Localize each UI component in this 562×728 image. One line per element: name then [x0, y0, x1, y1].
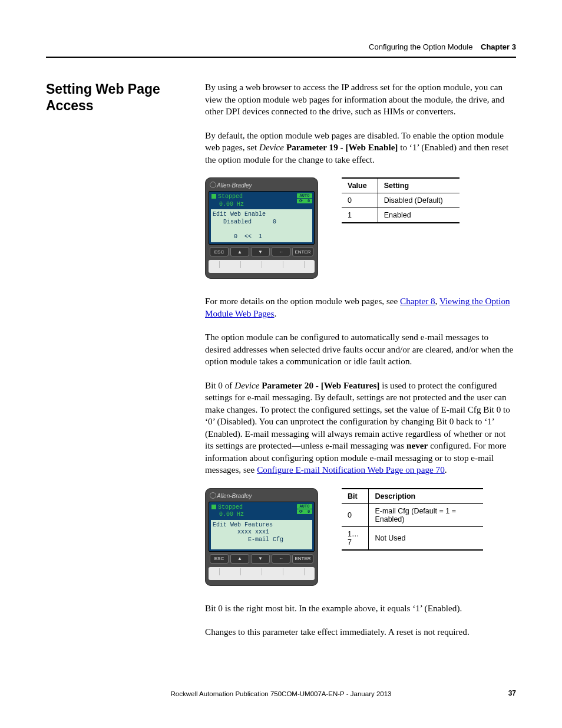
key-left[interactable]: ← [272, 554, 290, 564]
him-keypad: ESC ▲ ▼ ← ENTER [209, 247, 315, 256]
header-section: Configuring the Option Module [369, 42, 472, 51]
text: , [435, 296, 439, 306]
cell: Not Used [369, 526, 483, 550]
him-bezel [209, 260, 315, 273]
key-enter[interactable]: ENTER [292, 247, 313, 256]
cell: Disabled (Default) [378, 193, 459, 208]
paragraph-email: The option module can be configured to a… [205, 331, 516, 368]
link-chapter8[interactable]: Chapter 8 [400, 296, 435, 306]
figure-web-features: Allen-Bradley Stopped 0.00 Hz AUTO ⟳ 0 E… [205, 488, 516, 586]
cell: 0 [342, 503, 369, 526]
header-rule [46, 57, 516, 58]
key-esc[interactable]: ESC [210, 554, 229, 564]
him-status: Stopped 0.00 Hz [210, 193, 245, 209]
paragraph-more-details: For more details on the option module we… [205, 295, 516, 319]
him-bezel [209, 567, 315, 580]
footer-publication: Rockwell Automation Publication 750COM-U… [46, 690, 516, 697]
th-value: Value [342, 178, 378, 193]
badge-icons: ⟳ 0 [297, 199, 312, 203]
him-screen-body: Edit Web Features xxxx xxx1 E-mail Cfg [211, 520, 312, 549]
text: . [274, 308, 276, 318]
link-email-notification[interactable]: Configure E-mail Notification Web Page o… [257, 465, 445, 475]
text: 0.00 Hz [219, 201, 244, 207]
him-lcd: Stopped 0.00 Hz AUTO ⟳ 0 Edit Web Featur… [209, 502, 315, 552]
cell: Enabled [378, 208, 459, 223]
running-header: Configuring the Option Module Chapter 3 [369, 42, 516, 51]
him-status: Stopped 0.00 Hz [210, 503, 245, 519]
cell: 0 [342, 193, 378, 208]
him-screen-body: Edit Web Enable Disabled 0 0 << 1 [211, 209, 312, 242]
page-number: 37 [508, 689, 516, 697]
key-enter[interactable]: ENTER [292, 554, 313, 564]
th-bit: Bit [342, 489, 369, 504]
him-badges: AUTO ⟳ 0 [296, 193, 313, 204]
him-brand: Allen-Bradley [209, 492, 315, 502]
him-device: Allen-Bradley Stopped 0.00 Hz AUTO ⟳ 0 E… [205, 488, 318, 586]
table-row: 1…7 Not Used [342, 526, 483, 550]
cell: E-mail Cfg (Default = 1 = Enabled) [369, 503, 483, 526]
text: Bit 0 of [205, 380, 234, 390]
paragraph-web-features: Bit 0 of Device Parameter 20 - [Web Feat… [205, 380, 516, 476]
cell: 1…7 [342, 526, 369, 550]
table-row: 0 E-mail Cfg (Default = 1 = Enabled) [342, 503, 483, 526]
table-value-setting: Value Setting 0 Disabled (Default) 1 Ena… [342, 177, 459, 223]
text-bold: Parameter 19 - [Web Enable] [284, 142, 398, 152]
figure-web-enable: Allen-Bradley Stopped 0.00 Hz AUTO ⟳ 0 E… [205, 177, 516, 279]
header-chapter: Chapter 3 [481, 42, 516, 51]
th-setting: Setting [378, 178, 459, 193]
key-esc[interactable]: ESC [210, 247, 229, 256]
table-row: 1 Enabled [342, 208, 459, 223]
key-down[interactable]: ▼ [251, 247, 270, 256]
key-left[interactable]: ← [272, 247, 290, 256]
text-bold: never [406, 440, 428, 450]
text: . [445, 465, 447, 475]
him-lcd: Stopped 0.00 Hz AUTO ⟳ 0 Edit Web Enable… [209, 191, 315, 245]
text-italic: Device [259, 142, 284, 152]
badge-icons: ⟳ 0 [297, 509, 312, 514]
paragraph-bit0: Bit 0 is the right most bit. In the exam… [205, 602, 516, 615]
text-italic: Device [234, 380, 259, 390]
him-keypad: ESC ▲ ▼ ← ENTER [209, 554, 315, 564]
cell: 1 [342, 208, 378, 223]
table-bit-description: Bit Description 0 E-mail Cfg (Default = … [342, 488, 483, 551]
him-brand: Allen-Bradley [209, 181, 315, 191]
paragraph-intro: By using a web browser to access the IP … [205, 81, 516, 118]
paragraph-enable: By default, the option module web pages … [205, 130, 516, 166]
text: 0.00 Hz [219, 511, 244, 518]
text-bold: Parameter 20 - [Web Features] [259, 380, 379, 390]
paragraph-reset: Changes to this parameter take effect im… [205, 626, 516, 638]
table-row: 0 Disabled (Default) [342, 193, 459, 208]
key-down[interactable]: ▼ [251, 554, 270, 564]
him-device: Allen-Bradley Stopped 0.00 Hz AUTO ⟳ 0 E… [205, 177, 318, 279]
key-up[interactable]: ▲ [230, 554, 249, 564]
th-description: Description [369, 489, 483, 504]
section-heading: Setting Web Page Access [46, 81, 198, 114]
badge-auto: AUTO [297, 504, 312, 509]
key-up[interactable]: ▲ [230, 247, 249, 256]
body-column: By using a web browser to access the IP … [205, 81, 516, 650]
text: Stopped [218, 193, 243, 200]
badge-auto: AUTO [297, 193, 312, 198]
text: Stopped [218, 504, 243, 510]
text: For more details on the option module we… [205, 296, 400, 306]
him-badges: AUTO ⟳ 0 [296, 503, 313, 515]
